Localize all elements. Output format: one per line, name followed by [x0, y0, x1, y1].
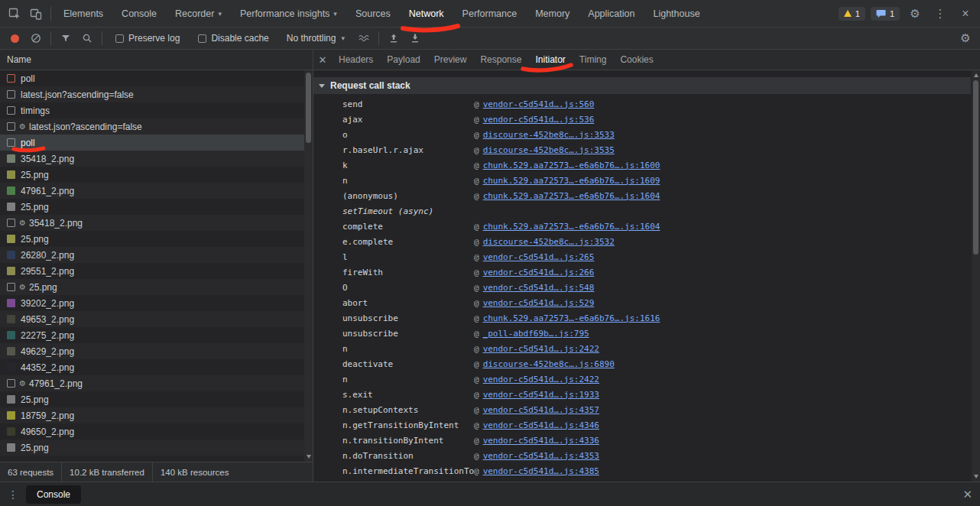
source-location-link[interactable]: chunk.529.aa72573…-e6a6b76….js:1600: [483, 161, 660, 170]
request-list-scrollbar[interactable]: [304, 70, 313, 462]
request-row[interactable]: ⚙25.png: [0, 279, 313, 295]
source-location-link[interactable]: vendor-c5d541d….js:560: [483, 99, 595, 109]
preserve-log-checkbox[interactable]: Preserve log: [107, 33, 188, 44]
request-call-stack-header[interactable]: Request call stack: [313, 77, 971, 94]
file-type-icon: [7, 379, 15, 388]
source-location-link[interactable]: discourse-452be8c….js:3535: [483, 145, 615, 155]
request-row[interactable]: poll: [0, 70, 313, 86]
source-location-link[interactable]: discourse-452be8c….js:3533: [483, 130, 615, 140]
request-row[interactable]: 25.png: [0, 231, 313, 247]
source-location-link[interactable]: vendor-c5d541d….js:4336: [483, 436, 599, 446]
detail-tab-cookies[interactable]: Cookies: [613, 50, 660, 70]
source-location-link[interactable]: vendor-c5d541d….js:4385: [483, 466, 599, 476]
request-row[interactable]: 18759_2.png: [0, 407, 313, 423]
request-row[interactable]: 47961_2.png: [0, 183, 313, 199]
request-row[interactable]: ⚙latest.json?ascending=false: [0, 118, 313, 135]
request-row[interactable]: latest.json?ascending=false: [0, 86, 313, 102]
detail-tab-initiator[interactable]: Initiator: [528, 50, 572, 70]
network-settings-gear-icon[interactable]: ⚙: [956, 28, 975, 48]
device-toolbar-icon[interactable]: [26, 4, 46, 24]
source-location-link[interactable]: vendor-c5d541d….js:265: [483, 252, 595, 262]
source-location-link[interactable]: chunk.529.aa72573…-e6a6b76….js:1616: [483, 313, 660, 323]
detail-tab-payload[interactable]: Payload: [380, 50, 427, 70]
request-row[interactable]: 26280_2.png: [0, 247, 313, 263]
import-har-icon[interactable]: [384, 28, 404, 48]
detail-tab-preview[interactable]: Preview: [427, 50, 474, 70]
request-row[interactable]: 49653_2.png: [0, 311, 313, 327]
detail-tab-response[interactable]: Response: [473, 50, 528, 70]
source-location-link[interactable]: vendor-c5d541d….js:1933: [483, 390, 599, 400]
request-row[interactable]: ⚙47961_2.png: [0, 375, 313, 391]
source-location-link[interactable]: vendor-c5d541d….js:548: [483, 283, 595, 293]
disable-cache-checkbox[interactable]: Disable cache: [190, 33, 277, 44]
scroll-down-arrow-icon[interactable]: [304, 452, 313, 461]
detail-tab-timing[interactable]: Timing: [573, 50, 614, 70]
request-row[interactable]: ⚙35418_2.png: [0, 215, 313, 231]
request-row[interactable]: 25.png: [0, 199, 313, 215]
request-row[interactable]: 49650_2.png: [0, 423, 313, 440]
source-location-link[interactable]: vendor-c5d541d….js:2422: [483, 375, 599, 384]
request-row[interactable]: 29551_2.png: [0, 263, 313, 279]
more-options-kebab-icon[interactable]: ⋮: [930, 4, 950, 24]
close-devtools-icon[interactable]: ×: [956, 4, 975, 24]
name-column-header[interactable]: Name: [0, 50, 313, 70]
tab-console[interactable]: Console: [112, 0, 166, 27]
issues-badge[interactable]: 1: [871, 7, 900, 21]
scroll-down-arrow-icon[interactable]: [972, 472, 980, 481]
network-conditions-icon[interactable]: [354, 28, 374, 48]
export-har-icon[interactable]: [405, 28, 425, 48]
source-location-link[interactable]: _poll-abdf69b….js:795: [483, 329, 589, 339]
source-location-link[interactable]: vendor-c5d541d….js:2422: [483, 344, 599, 354]
clear-network-log-icon[interactable]: [26, 28, 46, 48]
drawer-tab-console[interactable]: Console: [26, 485, 81, 504]
request-row[interactable]: 25.png: [0, 391, 313, 407]
close-detail-pane-icon[interactable]: ✕: [313, 50, 332, 70]
close-drawer-icon[interactable]: ✕: [962, 488, 972, 501]
request-row[interactable]: timings: [0, 102, 313, 118]
warnings-badge[interactable]: 1: [839, 7, 865, 21]
source-location-link[interactable]: discourse-452be8c….js:3532: [483, 237, 615, 247]
tab-lighthouse[interactable]: Lighthouse: [644, 0, 709, 27]
source-location-link[interactable]: chunk.529.aa72573…-e6a6b76….js:1604: [483, 191, 660, 201]
request-row[interactable]: 44352_2.png: [0, 359, 313, 375]
request-row[interactable]: 22275_2.png: [0, 327, 313, 343]
source-location-link[interactable]: chunk.529.aa72573…-e6a6b76….js:1609: [483, 176, 660, 186]
request-row[interactable]: 49629_2.png: [0, 343, 313, 359]
record-network-log-button[interactable]: [5, 28, 24, 48]
source-location-link[interactable]: vendor-c5d541d….js:529: [483, 298, 595, 308]
scrollbar-thumb[interactable]: [306, 73, 311, 143]
tab-sources[interactable]: Sources: [346, 0, 400, 27]
request-row[interactable]: 35418_2.png: [0, 151, 313, 167]
detail-pane-scrollbar[interactable]: [972, 70, 980, 482]
settings-gear-icon[interactable]: ⚙: [905, 4, 925, 24]
request-row[interactable]: poll: [0, 135, 313, 151]
source-location-link[interactable]: vendor-c5d541d….js:266: [483, 268, 595, 277]
stack-frame: e.complete@discourse-452be8c….js:3532: [313, 234, 980, 249]
source-location-link[interactable]: chunk.529.aa72573…-e6a6b76….js:1604: [483, 222, 660, 232]
source-location-link[interactable]: vendor-c5d541d….js:4357: [483, 405, 599, 415]
source-location-link[interactable]: discourse-452be8c….js:6890: [483, 359, 615, 369]
scroll-up-arrow-icon[interactable]: [972, 71, 980, 79]
search-icon[interactable]: [77, 28, 97, 48]
tab-application[interactable]: Application: [579, 0, 644, 27]
request-row[interactable]: 39202_2.png: [0, 295, 313, 311]
source-location-link[interactable]: vendor-c5d541d….js:536: [483, 115, 595, 125]
filter-icon[interactable]: [56, 28, 76, 48]
inspect-element-icon[interactable]: [5, 4, 24, 24]
scrollbar-thumb[interactable]: [973, 80, 978, 255]
source-location-link[interactable]: vendor-c5d541d….js:4346: [483, 420, 599, 430]
throttling-select[interactable]: No throttling ▾: [279, 33, 352, 44]
file-type-icon: [7, 138, 15, 147]
tab-performance[interactable]: Performance: [453, 0, 527, 27]
tab-recorder[interactable]: Recorder▾: [166, 0, 231, 27]
tab-network[interactable]: Network: [400, 0, 453, 27]
drawer-menu-kebab-icon[interactable]: ⋮: [8, 488, 18, 501]
tab-elements[interactable]: Elements: [54, 0, 112, 27]
request-row[interactable]: 25.png: [0, 440, 313, 456]
source-location-link[interactable]: vendor-c5d541d….js:4353: [483, 451, 599, 461]
tab-memory[interactable]: Memory: [526, 0, 579, 27]
at-symbol: @: [474, 420, 479, 430]
tab-performance-insights[interactable]: Performance insights▾: [231, 0, 346, 27]
request-row[interactable]: 25.png: [0, 167, 313, 183]
detail-tab-headers[interactable]: Headers: [332, 50, 380, 70]
